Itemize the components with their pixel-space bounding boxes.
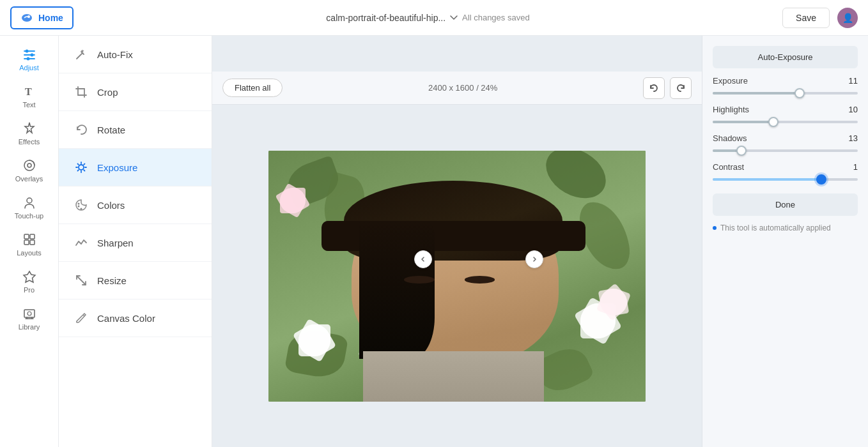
svg-point-27 (78, 203, 80, 205)
home-label: Home (38, 13, 63, 23)
sidebar-item-adjust-label: Adjust (19, 64, 39, 72)
auto-note: This tool is automatically applied (713, 224, 858, 232)
saved-status: All changes saved (462, 13, 530, 22)
tool-canvas-color-label: Canvas Color (97, 313, 155, 324)
undo-icon (649, 83, 659, 93)
svg-point-17 (27, 312, 31, 315)
main-canvas-area: Flatten all 2400 x 1600 / 24% (212, 36, 702, 447)
tool-autofix-label: Auto-Fix (97, 49, 133, 60)
shadows-label: Shadows (713, 133, 747, 143)
svg-point-28 (78, 206, 80, 208)
redo-button[interactable] (670, 77, 692, 99)
tool-autofix[interactable]: Auto-Fix (59, 36, 212, 73)
shadows-value: 13 (849, 133, 858, 143)
exposure-slider[interactable] (713, 92, 858, 95)
sidebar-item-effects-label: Effects (19, 138, 40, 146)
dot-icon (713, 226, 717, 230)
chevron-down-icon (449, 13, 458, 22)
svg-point-29 (81, 208, 82, 210)
tool-rotate-label: Rotate (97, 125, 125, 135)
sidebar-item-text-label: Text (22, 101, 35, 109)
overlays-icon (22, 158, 36, 172)
sliders-icon (22, 47, 36, 61)
tool-resize[interactable]: Resize (59, 262, 212, 299)
highlights-value: 10 (849, 105, 858, 114)
sidebar-item-touchup-label: Touch-up (15, 212, 43, 220)
tool-rotate[interactable]: Rotate (59, 111, 212, 149)
home-button[interactable]: Home (10, 6, 74, 29)
highlights-slider[interactable] (713, 121, 858, 123)
svg-rect-16 (24, 310, 35, 317)
tool-crop-label: Crop (97, 87, 118, 98)
sidebar-item-library[interactable]: Library (0, 300, 58, 337)
contrast-value: 1 (853, 162, 858, 172)
sidebar-item-overlays-label: Overlays (15, 175, 43, 183)
save-button[interactable]: Save (782, 8, 830, 28)
canvas-image (268, 151, 646, 402)
flatten-all-button[interactable]: Flatten all (222, 79, 283, 97)
tool-exposure[interactable]: Exposure (59, 149, 212, 186)
tool-exposure-label: Exposure (97, 162, 137, 173)
sidebar-item-effects[interactable]: Effects (0, 115, 58, 152)
tool-colors[interactable]: Colors (59, 186, 212, 224)
sun-icon (74, 160, 88, 174)
tools-sidebar: Auto-Fix Crop Rotate (59, 36, 212, 447)
layouts-icon (22, 232, 36, 246)
svg-line-23 (78, 164, 79, 165)
svg-rect-14 (24, 240, 29, 245)
tool-crop[interactable]: Crop (59, 73, 212, 111)
rotate-icon (74, 123, 88, 137)
undo-button[interactable] (643, 77, 665, 99)
auto-exposure-button[interactable]: Auto-Exposure (713, 46, 858, 68)
sidebar-item-text[interactable]: T Text (0, 78, 58, 115)
chevron-right-icon (531, 256, 538, 262)
sidebar-item-pro[interactable]: Pro (0, 263, 58, 300)
brush-icon (74, 311, 88, 325)
svg-point-3 (25, 50, 28, 53)
sharpen-icon (74, 236, 88, 250)
sidebar-item-overlays[interactable]: Overlays (0, 152, 58, 189)
bird-icon (20, 11, 33, 24)
contrast-slider[interactable] (713, 178, 858, 181)
contrast-label: Contrast (713, 162, 744, 172)
avatar: 👤 (837, 8, 858, 28)
palette-icon (74, 198, 88, 212)
svg-rect-15 (30, 240, 35, 245)
svg-line-25 (84, 164, 84, 165)
exposure-label: Exposure (713, 76, 748, 86)
svg-rect-12 (24, 234, 29, 239)
exposure-value: 11 (849, 76, 858, 86)
canvas-toolbar: Flatten all 2400 x 1600 / 24% (212, 72, 702, 105)
crop-icon (74, 85, 88, 99)
shadows-slider[interactable] (713, 149, 858, 152)
svg-point-11 (27, 198, 32, 203)
svg-rect-13 (30, 234, 35, 239)
library-icon (22, 307, 36, 321)
tool-sharpen-label: Sharpen (97, 238, 134, 248)
sidebar-item-pro-label: Pro (24, 286, 35, 294)
canvas-info: 2400 x 1600 / 24% (293, 83, 633, 93)
sidebar-item-layouts-label: Layouts (17, 249, 42, 257)
sidebar-item-layouts[interactable]: Layouts (0, 226, 58, 263)
collapse-right-button[interactable] (525, 250, 543, 268)
redo-icon (676, 83, 686, 93)
sidebar-item-touchup[interactable]: Touch-up (0, 189, 58, 226)
tool-colors-label: Colors (97, 200, 125, 211)
sidebar-item-adjust[interactable]: Adjust (0, 41, 58, 78)
svg-point-10 (27, 163, 31, 167)
file-name: calm-portrait-of-beautiful-hip... (326, 13, 446, 23)
sidebar-item-library-label: Library (19, 323, 40, 331)
highlights-label: Highlights (713, 105, 749, 114)
done-button[interactable]: Done (713, 193, 858, 216)
tool-canvas-color[interactable]: Canvas Color (59, 299, 212, 337)
tool-sharpen[interactable]: Sharpen (59, 224, 212, 262)
collapse-left-button[interactable] (414, 250, 432, 268)
tool-resize-label: Resize (97, 275, 127, 286)
svg-line-26 (78, 170, 79, 170)
text-icon: T (22, 84, 36, 98)
svg-point-18 (79, 165, 84, 170)
wand-icon (74, 47, 88, 61)
svg-point-5 (30, 54, 33, 57)
resize-icon (74, 273, 88, 287)
touchup-icon (22, 195, 36, 209)
